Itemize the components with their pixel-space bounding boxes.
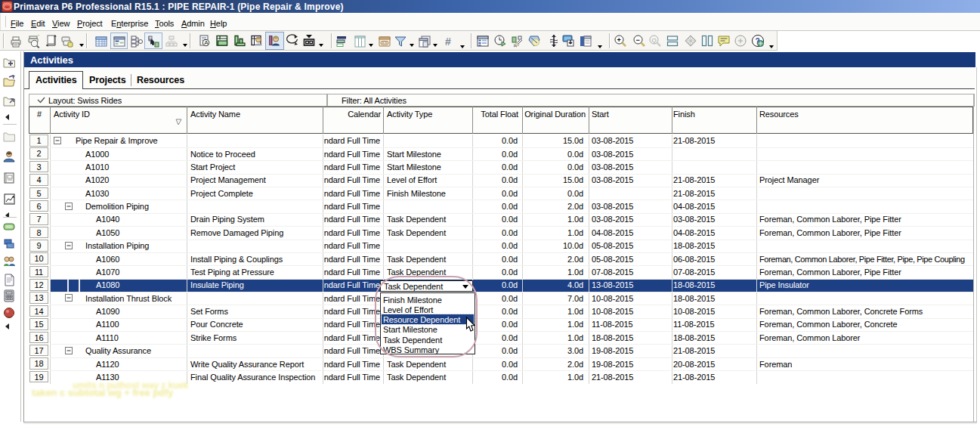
svg-text:+: + (617, 36, 621, 44)
svg-text:A: A (204, 39, 209, 46)
svg-text:−: − (636, 36, 640, 44)
svg-text:Q: Q (652, 37, 657, 44)
